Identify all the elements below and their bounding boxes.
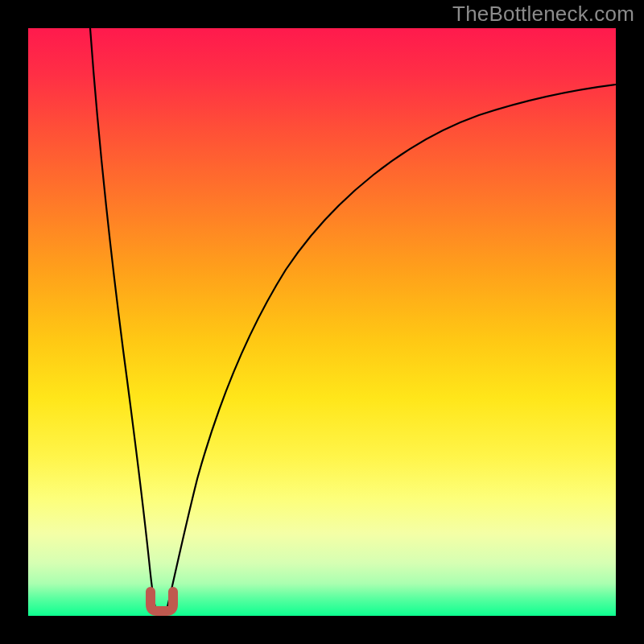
right-curve: [166, 85, 616, 613]
watermark-text: TheBottleneck.com: [452, 2, 634, 27]
plot-area: [28, 28, 616, 616]
left-curve: [90, 28, 157, 613]
optimum-marker: [151, 592, 173, 611]
chart-frame: TheBottleneck.com: [0, 0, 644, 644]
curves-svg: [28, 28, 616, 616]
